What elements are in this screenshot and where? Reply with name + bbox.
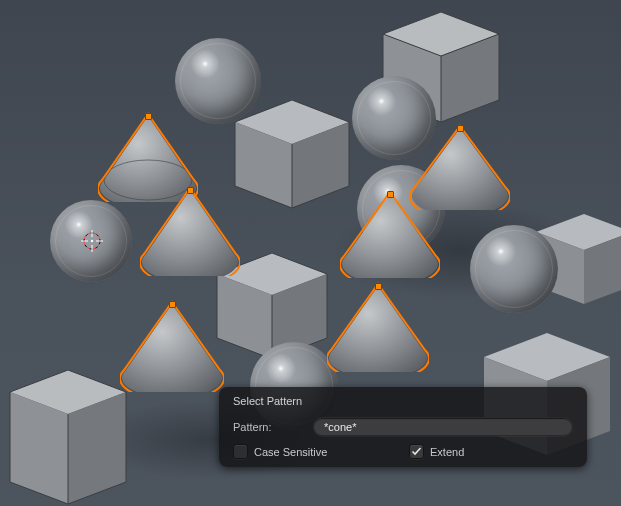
case-sensitive-label: Case Sensitive <box>254 446 327 458</box>
mesh-cone-selected[interactable] <box>340 188 440 282</box>
selection-origin-dot <box>375 283 382 290</box>
panel-title: Select Pattern <box>233 395 573 407</box>
viewport-3d[interactable]: Select Pattern Pattern: Case Sensitive E… <box>0 0 621 506</box>
mesh-sphere[interactable] <box>470 225 558 313</box>
pattern-label: Pattern: <box>233 421 313 433</box>
extend-label: Extend <box>430 446 464 458</box>
3d-cursor <box>81 230 103 252</box>
check-icon <box>411 446 422 457</box>
selection-origin-dot <box>169 301 176 308</box>
extend-checkbox[interactable] <box>409 444 424 459</box>
mesh-cube[interactable] <box>8 370 128 506</box>
case-sensitive-checkbox[interactable] <box>233 444 248 459</box>
svg-point-31 <box>91 240 93 242</box>
pattern-input[interactable] <box>313 417 573 436</box>
selection-origin-dot <box>145 113 152 120</box>
mesh-cube[interactable] <box>233 100 351 210</box>
mesh-cone-selected[interactable] <box>327 280 429 376</box>
selection-origin-dot <box>387 191 394 198</box>
selection-origin-dot <box>457 125 464 132</box>
operator-panel-select-pattern: Select Pattern Pattern: Case Sensitive E… <box>219 387 587 467</box>
mesh-cone-selected[interactable] <box>140 184 240 280</box>
selection-origin-dot <box>187 187 194 194</box>
mesh-cone-selected[interactable] <box>120 298 224 396</box>
